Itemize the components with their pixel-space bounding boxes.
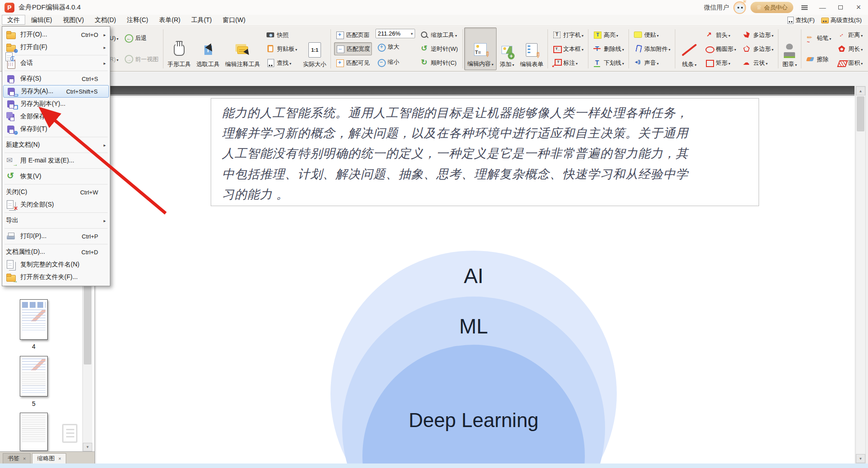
distance-button[interactable]: 距离 — [836, 28, 864, 41]
tab-thumbnails[interactable]: 缩略图× — [32, 453, 66, 464]
polygon-button[interactable]: 多边形 — [741, 28, 775, 41]
pdf-page[interactable]: 能力的人工智能系统。通用人工智能的目标是让机器能够像人类一样处理各种任务， 理解… — [96, 97, 854, 464]
sidebar-scroll-down-button[interactable]: ▼ — [83, 443, 92, 451]
file-menu-item-close-all[interactable]: ✕关闭全部(S) — [3, 198, 109, 211]
fit-visible-icon — [335, 58, 344, 67]
file-menu-item-revert[interactable]: 恢复(V) — [3, 170, 109, 183]
edit-form-button[interactable]: 编辑表单 — [517, 27, 546, 70]
restore-button[interactable] — [834, 2, 847, 13]
zoom-level-select[interactable]: 211.26%▾ — [375, 29, 415, 38]
close-icon[interactable]: × — [58, 456, 61, 461]
sound-button[interactable]: 声音 — [632, 56, 672, 69]
fit-width-button[interactable]: 匹配宽度 — [334, 42, 372, 55]
toolbar: 撤销(U) ←后退 重做(R) →前一视图 手形工具 选取工具 编辑注释工具 快… — [0, 27, 868, 72]
strikethrough-icon — [593, 45, 602, 53]
menubar-item-2[interactable]: 视图(V) — [58, 15, 89, 24]
typewriter-button[interactable]: 打字机 — [551, 28, 585, 41]
select-tool-button[interactable]: 选取工具 — [194, 27, 222, 70]
underline-button[interactable]: 下划线 — [592, 56, 625, 69]
fit-page-button[interactable]: 匹配页面 — [334, 28, 372, 41]
area-button[interactable]: 面积 — [836, 56, 864, 69]
file-menu-item-close[interactable]: ✕关闭(C)Ctrl+W — [3, 186, 109, 198]
menubar-item-7[interactable]: 窗口(W) — [218, 15, 251, 24]
polygon2-button[interactable]: 多边形 — [741, 42, 775, 55]
file-menu-item-document-properties[interactable]: ⓘ文档属性(D)...Ctrl+D — [3, 246, 109, 258]
member-center-button[interactable]: ♕会员中心 — [750, 2, 793, 13]
menubar-item-file[interactable]: 文件 — [2, 15, 25, 25]
file-menu-item-copy-full-filename[interactable]: 复制完整的文件名(N) — [3, 258, 109, 271]
file-menu-item-save-as[interactable]: ▭另存为(A)...Ctrl+Shift+S — [3, 85, 109, 98]
stamp-button[interactable]: 图章 — [780, 27, 800, 70]
textbox-button[interactable]: 文本框 — [551, 42, 585, 55]
hamburger-menu-button[interactable] — [798, 2, 811, 13]
scroll-down-button[interactable]: ▼ — [856, 454, 865, 463]
zoom-in-button[interactable]: 放大 — [375, 40, 415, 54]
attachment-button[interactable]: 添加附件 — [632, 42, 672, 55]
highlight-button[interactable]: 高亮 — [592, 28, 625, 41]
find-doc-button[interactable]: 查找 — [265, 56, 298, 69]
close-button[interactable]: × — [852, 2, 865, 13]
rectangle-button[interactable]: 矩形 — [704, 56, 737, 69]
file-menu-item-open[interactable]: 打开(O)...Ctrl+O▸ — [3, 28, 109, 41]
fit-visible-button[interactable]: 匹配可见 — [334, 56, 372, 69]
menubar-item-1[interactable]: 编辑(E) — [26, 15, 57, 24]
minimize-button[interactable]: — — [816, 2, 829, 13]
file-menu-item-new-document[interactable]: *新建文档(N)▸ — [3, 139, 109, 151]
page-thumbnail-6[interactable] — [20, 413, 48, 451]
close-icon[interactable]: × — [23, 456, 26, 461]
menubar-item-5[interactable]: 表单(R) — [154, 15, 185, 24]
page-thumbnail-4[interactable] — [20, 299, 48, 340]
menubar-item-4[interactable]: 注释(C) — [122, 15, 153, 24]
back-button[interactable]: ←后退 — [123, 32, 148, 45]
file-menu-item-save-to[interactable]: ⊕保存到(T) — [3, 123, 109, 135]
actual-size-button[interactable]: 实际大小 — [300, 27, 329, 70]
stamp-label: 图章 — [782, 60, 797, 68]
edit-content-button[interactable]: 编辑内容 — [464, 27, 497, 70]
callout-button[interactable]: 标注 — [551, 56, 585, 69]
scroll-up-button[interactable]: ▲ — [856, 86, 865, 95]
advanced-find-button[interactable]: 高级查找(S) — [821, 16, 862, 24]
button-label: 下划线 — [604, 59, 624, 67]
document-scrollbar-thumb[interactable] — [857, 96, 864, 131]
file-menu-item-save-all[interactable]: 全部保存(L) — [3, 110, 109, 123]
file-menu-item-print[interactable]: 打印(P)...Ctrl+P — [3, 230, 109, 243]
strikethrough-button[interactable]: 删除线 — [592, 42, 625, 55]
menubar-item-6[interactable]: 工具(T) — [186, 15, 217, 24]
menubar-item-3[interactable]: 文档(D) — [90, 15, 121, 24]
zoom-tool-button[interactable]: 缩放工具 — [419, 28, 459, 41]
avatar[interactable] — [733, 1, 746, 14]
pencil-button[interactable]: 铅笔 — [805, 32, 832, 45]
find-button[interactable]: 查找(F) — [787, 16, 815, 24]
button-label: 匹配宽度 — [347, 45, 370, 53]
sticky-note-button[interactable]: 便贴 — [632, 28, 672, 41]
file-menu-item-export[interactable]: →导出▸ — [3, 214, 109, 227]
clipboard-button[interactable]: 剪贴板 — [265, 42, 298, 55]
line-tool-button[interactable]: 线条 — [677, 27, 702, 70]
rotate-cw-button[interactable]: 顺时针(C) — [419, 56, 459, 69]
file-menu-item-save[interactable]: 保存(S)Ctrl+S — [3, 72, 109, 85]
eraser-button[interactable]: 擦除 — [805, 53, 832, 66]
add-button[interactable]: 添加 — [497, 27, 517, 70]
ellipse-button[interactable]: 椭圆形 — [704, 42, 737, 55]
file-menu-item-send-email[interactable]: →用 E-mail 发送(E)...▸ — [3, 154, 109, 167]
perimeter-button[interactable]: 周长 — [836, 42, 864, 55]
file-menu-item-open-from[interactable]: ⊕打开自(F)▸ — [3, 41, 109, 54]
document-scrollbar[interactable]: ▲ ▼ — [855, 86, 866, 464]
page-thumbnail-5[interactable] — [20, 356, 48, 396]
hand-tool-button[interactable]: 手形工具 — [165, 27, 194, 70]
file-menu-item-session[interactable]: 会话▸ — [3, 57, 109, 69]
file-menu-item-open-containing-folder[interactable]: →打开所在文件夹(F)... — [3, 271, 109, 284]
rotate-ccw-button[interactable]: 逆时针(W) — [419, 42, 459, 55]
arrow-button[interactable]: 箭头 — [704, 28, 737, 41]
restore-icon — [838, 5, 843, 9]
previous-view-button[interactable]: →前一视图 — [123, 53, 160, 66]
edit-annotation-tool-button[interactable]: 编辑注释工具 — [222, 27, 263, 70]
paragraph-block[interactable]: 能力的人工智能系统。通用人工智能的目标是让机器能够像人类一样处理各种任务， 理解… — [211, 98, 759, 206]
camera-button[interactable]: 快照 — [265, 28, 298, 41]
submenu-arrow-icon: ▸ — [102, 61, 106, 66]
file-menu-item-save-as-copy[interactable]: ❐另存为副本(Y)... — [3, 98, 109, 110]
menu-item-label: 另存为副本(Y)... — [20, 100, 95, 108]
zoom-out-button[interactable]: 缩小 — [375, 56, 415, 69]
cloud-button[interactable]: 云状 — [741, 56, 775, 69]
tab-bookmarks[interactable]: 书签× — [3, 453, 31, 464]
